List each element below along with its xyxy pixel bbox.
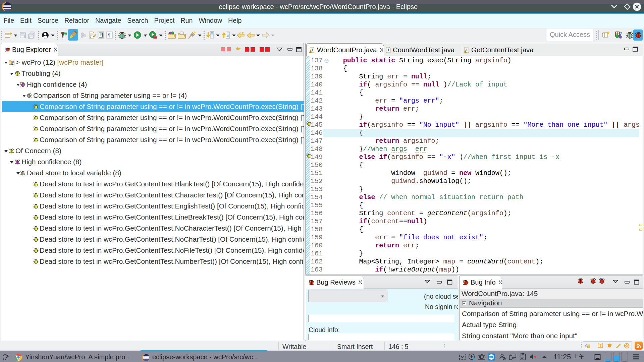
svg-text:!: ! (20, 82, 21, 85)
svg-text:J: J (90, 35, 92, 38)
svg-text:✱: ✱ (12, 62, 14, 65)
svg-text:!: ! (15, 159, 16, 162)
svg-text:¶: ¶ (108, 33, 110, 38)
